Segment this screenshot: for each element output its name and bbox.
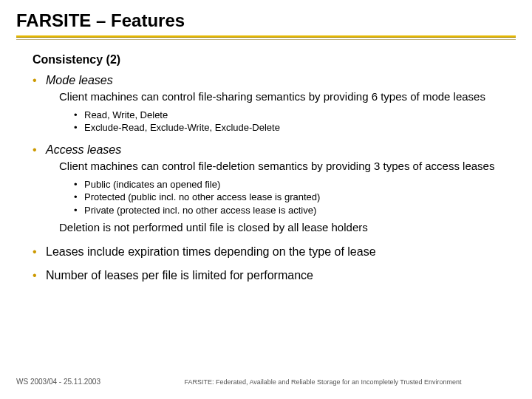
sub-bullet: Read, Write, Delete xyxy=(33,109,516,122)
bullet-expiration: Leases include expiration times dependin… xyxy=(33,245,516,259)
bullet-heading: Mode leases xyxy=(46,74,113,86)
title-rule xyxy=(0,35,532,40)
slide-body: Consistency (2) Mode leases Client machi… xyxy=(0,40,532,282)
bullet-mode-leases: Mode leases xyxy=(33,74,516,87)
slide-subtitle: Consistency (2) xyxy=(33,53,516,66)
bullet-heading: Access leases xyxy=(46,143,121,156)
sub-bullet: Public (indicates an opened file) xyxy=(33,178,516,191)
slide-title: FARSITE – Features xyxy=(0,0,532,35)
sub-bullet: Exclude-Read, Exclude-Write, Exclude-Del… xyxy=(33,121,516,134)
footer-right: FARSITE: Federated, Available and Reliab… xyxy=(100,378,516,386)
bullet-text: Leases include expiration times dependin… xyxy=(46,245,376,258)
slide-footer: WS 2003/04 - 25.11.2003 FARSITE: Federat… xyxy=(16,378,516,386)
sub-bullet: Protected (public incl. no other access … xyxy=(33,191,516,204)
bullet-limit: Number of leases per file is limited for… xyxy=(33,269,516,282)
bullet-text: Number of leases per file is limited for… xyxy=(46,269,313,282)
sub-bullet: Private (protected incl. no other access… xyxy=(33,204,516,217)
bullet-body: Deletion is not performed until file is … xyxy=(33,219,516,236)
footer-left: WS 2003/04 - 25.11.2003 xyxy=(16,378,100,386)
slide: FARSITE – Features Consistency (2) Mode … xyxy=(0,0,532,399)
bullet-body: Client machines can control file-deletio… xyxy=(33,158,516,175)
bullet-access-leases: Access leases xyxy=(33,143,516,157)
bullet-body: Client machines can control file-sharing… xyxy=(33,89,516,106)
